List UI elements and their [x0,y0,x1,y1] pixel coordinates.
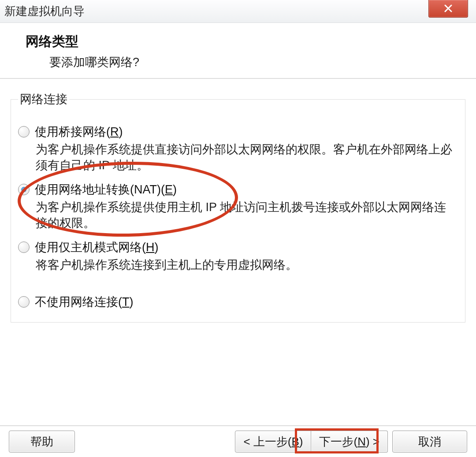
back-button[interactable]: < 上一步(B) [235,431,311,453]
page-subtitle: 要添加哪类网络? [26,54,463,70]
radio-none[interactable] [18,296,30,308]
window-title: 新建虚拟机向导 [4,4,85,19]
page-title: 网络类型 [26,33,463,51]
close-icon [443,3,454,14]
group-legend: 网络连接 [18,91,69,107]
close-button[interactable] [428,0,468,18]
option-bridged[interactable]: 使用桥接网络(R) 为客户机操作系统提供直接访问外部以太网网络的权限。客户机在外… [18,124,458,174]
option-nat-desc: 为客户机操作系统提供使用主机 IP 地址访问主机拨号连接或外部以太网网络连接的权… [36,199,458,231]
nav-button-group: < 上一步(B) 下一步(N) > [235,431,388,453]
title-bar: 新建虚拟机向导 [0,0,476,23]
next-button[interactable]: 下一步(N) > [311,431,388,453]
option-nat[interactable]: 使用网络地址转换(NAT)(E) 为客户机操作系统提供使用主机 IP 地址访问主… [18,182,458,231]
option-hostonly-label: 使用仅主机模式网络(H) [35,239,159,255]
radio-nat[interactable] [18,184,30,195]
option-none-label: 不使用网络连接(T) [35,294,134,310]
help-button[interactable]: 帮助 [9,431,75,453]
cancel-button[interactable]: 取消 [392,431,467,453]
option-bridged-label: 使用桥接网络(R) [35,124,123,140]
wizard-header: 网络类型 要添加哪类网络? [0,23,476,79]
option-hostonly[interactable]: 使用仅主机模式网络(H) 将客户机操作系统连接到主机上的专用虚拟网络。 [18,239,458,273]
content-area: 网络连接 使用桥接网络(R) 为客户机操作系统提供直接访问外部以太网网络的权限。… [0,91,476,323]
radio-hostonly[interactable] [18,242,30,253]
option-nat-label: 使用网络地址转换(NAT)(E) [35,182,177,197]
network-connection-group: 网络连接 使用桥接网络(R) 为客户机操作系统提供直接访问外部以太网网络的权限。… [11,91,465,323]
footer-bar: 帮助 < 上一步(B) 下一步(N) > 取消 [0,425,476,457]
option-bridged-desc: 为客户机操作系统提供直接访问外部以太网网络的权限。客户机在外部网络上必须有自己的… [36,141,458,174]
option-hostonly-desc: 将客户机操作系统连接到主机上的专用虚拟网络。 [36,257,458,273]
radio-bridged[interactable] [18,126,30,137]
option-none[interactable]: 不使用网络连接(T) [18,294,458,310]
